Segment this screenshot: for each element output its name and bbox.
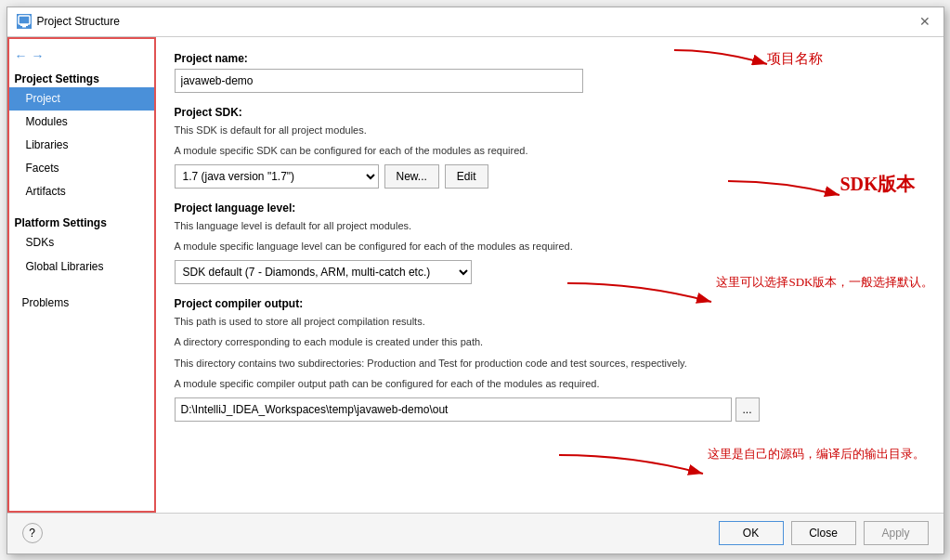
lang-desc1: This language level is default for all p… [175, 218, 925, 234]
compiler-output-section: Project compiler output: This path is us… [175, 297, 925, 422]
annotation-sdk-version: SDK版本 [839, 172, 915, 197]
dialog-icon [17, 14, 32, 29]
project-settings-label: Project Settings [7, 67, 155, 87]
svg-rect-1 [20, 24, 28, 26]
svg-rect-0 [19, 16, 30, 24]
arrow-1 [665, 46, 776, 83]
project-lang-section: Project language level: This language le… [175, 202, 925, 284]
project-sdk-label: Project SDK: [175, 106, 925, 119]
annotation-sdk-choice: 这里可以选择SDK版本，一般选择默认。 [716, 274, 933, 291]
dialog-title: Project Structure [37, 15, 916, 28]
sdk-new-button[interactable]: New... [384, 164, 439, 189]
sidebar-item-libraries[interactable]: Libraries [7, 134, 155, 157]
compiler-output-label: Project compiler output: [175, 297, 925, 310]
sdk-select[interactable]: 1.7 (java version "1.7") [175, 164, 379, 189]
sidebar-item-facets[interactable]: Facets [7, 157, 155, 180]
sidebar-nav-row: ← → [7, 45, 155, 67]
sidebar: ← → Project Settings Project Modules Lib… [7, 37, 156, 513]
sdk-desc2: A module specific SDK can be configured … [175, 143, 925, 159]
platform-settings-label: Platform Settings [7, 211, 155, 231]
output-path-row: ... [175, 397, 925, 422]
dialog-body: ← → Project Settings Project Modules Lib… [7, 37, 943, 513]
help-button[interactable]: ? [22, 523, 43, 543]
svg-rect-2 [22, 26, 26, 28]
forward-arrow[interactable]: → [32, 48, 45, 63]
annotation-output-dir: 这里是自己的源码，编译后的输出目录。 [708, 446, 925, 462]
sidebar-item-sdks[interactable]: SDKs [7, 231, 155, 254]
sidebar-item-artifacts[interactable]: Artifacts [7, 180, 155, 203]
sidebar-item-problems[interactable]: Problems [15, 292, 148, 315]
sidebar-item-global-libraries[interactable]: Global Libraries [7, 255, 155, 279]
annotation-text-1: 项目名称 [767, 51, 823, 66]
back-arrow[interactable]: ← [15, 48, 28, 63]
ok-button[interactable]: OK [719, 521, 784, 545]
project-structure-dialog: Project Structure ✕ ← → Project Settings… [7, 7, 944, 554]
project-name-input[interactable] [175, 69, 583, 93]
annotation-project-name: 项目名称 [767, 50, 823, 68]
output-path-input[interactable] [175, 397, 732, 422]
arrow-4 [550, 450, 717, 497]
compiler-desc4: A module specific compiler output path c… [175, 376, 925, 392]
annotation-text-2: SDK版本 [839, 174, 915, 194]
lang-select[interactable]: SDK default (7 - Diamonds, ARM, multi-ca… [175, 260, 472, 284]
annotation-text-3: 这里可以选择SDK版本，一般选择默认。 [716, 275, 933, 289]
apply-button[interactable]: Apply [864, 521, 929, 545]
close-button[interactable]: ✕ [916, 12, 934, 31]
sidebar-item-project[interactable]: Project [7, 87, 155, 111]
annotation-text-4: 这里是自己的源码，编译后的输出目录。 [708, 447, 925, 461]
sdk-edit-button[interactable]: Edit [445, 164, 488, 189]
sidebar-item-modules[interactable]: Modules [7, 111, 155, 134]
browse-button[interactable]: ... [735, 397, 760, 422]
compiler-desc3: This directory contains two subdirectori… [175, 356, 925, 371]
compiler-desc2: A directory corresponding to each module… [175, 334, 925, 350]
close-dialog-button[interactable]: Close [791, 521, 856, 545]
arrow-3 [558, 279, 725, 325]
lang-desc2: A module specific language level can be … [175, 239, 925, 254]
title-bar: Project Structure ✕ [7, 7, 943, 37]
arrow-2 [719, 176, 849, 214]
sdk-desc1: This SDK is default for all project modu… [175, 123, 925, 138]
main-content: Project name: Project SDK: This SDK is d… [156, 37, 943, 513]
compiler-desc1: This path is used to store all project c… [175, 314, 925, 330]
dialog-footer: ? OK Close Apply [7, 513, 943, 553]
